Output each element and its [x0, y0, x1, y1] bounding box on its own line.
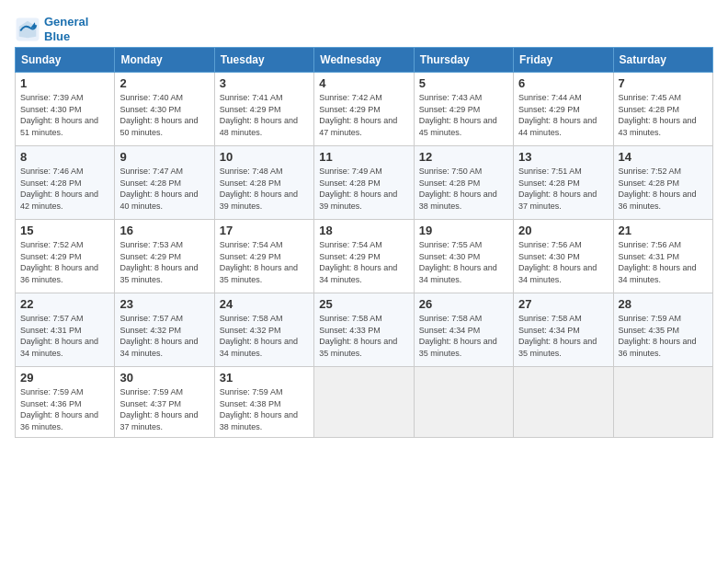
day-info: Sunrise: 7:58 AMSunset: 4:34 PMDaylight:…: [518, 314, 597, 358]
day-info: Sunrise: 7:39 AMSunset: 4:30 PMDaylight:…: [20, 93, 98, 137]
calendar-cell: 11 Sunrise: 7:49 AMSunset: 4:28 PMDaylig…: [314, 146, 414, 220]
day-info: Sunrise: 7:56 AMSunset: 4:30 PMDaylight:…: [518, 240, 597, 284]
logo: General Blue: [15, 15, 88, 43]
calendar-cell: 22 Sunrise: 7:57 AMSunset: 4:31 PMDaylig…: [16, 293, 115, 367]
calendar-header-saturday: Saturday: [613, 48, 712, 73]
day-info: Sunrise: 7:51 AMSunset: 4:28 PMDaylight:…: [518, 167, 597, 211]
calendar-header-wednesday: Wednesday: [314, 48, 414, 73]
day-number: 1: [20, 76, 109, 90]
day-info: Sunrise: 7:42 AMSunset: 4:29 PMDaylight:…: [319, 93, 397, 137]
calendar-cell: 8 Sunrise: 7:46 AMSunset: 4:28 PMDayligh…: [16, 146, 115, 220]
day-info: Sunrise: 7:48 AMSunset: 4:28 PMDaylight:…: [220, 167, 298, 211]
day-info: Sunrise: 7:59 AMSunset: 4:36 PMDaylight:…: [20, 387, 98, 431]
day-info: Sunrise: 7:57 AMSunset: 4:32 PMDaylight:…: [119, 314, 198, 358]
day-number: 26: [419, 297, 508, 311]
header: General Blue: [15, 15, 713, 43]
calendar-cell: 25 Sunrise: 7:58 AMSunset: 4:33 PMDaylig…: [314, 293, 414, 367]
calendar-cell: 5 Sunrise: 7:43 AMSunset: 4:29 PMDayligh…: [414, 73, 513, 146]
calendar-header-row: SundayMondayTuesdayWednesdayThursdayFrid…: [16, 48, 713, 73]
day-number: 28: [619, 297, 708, 311]
day-info: Sunrise: 7:50 AMSunset: 4:28 PMDaylight:…: [419, 167, 497, 211]
day-number: 22: [20, 297, 109, 311]
day-number: 19: [419, 224, 508, 237]
day-info: Sunrise: 7:54 AMSunset: 4:29 PMDaylight:…: [319, 240, 397, 284]
day-info: Sunrise: 7:58 AMSunset: 4:32 PMDaylight:…: [220, 314, 298, 358]
calendar-cell: 26 Sunrise: 7:58 AMSunset: 4:34 PMDaylig…: [414, 293, 513, 367]
day-number: 15: [20, 224, 109, 237]
calendar-cell: 29 Sunrise: 7:59 AMSunset: 4:36 PMDaylig…: [16, 367, 115, 437]
day-number: 16: [119, 224, 209, 237]
calendar-header-monday: Monday: [115, 48, 214, 73]
calendar-cell: [613, 367, 712, 437]
day-number: 21: [619, 224, 708, 237]
day-info: Sunrise: 7:47 AMSunset: 4:28 PMDaylight:…: [119, 167, 198, 211]
calendar-cell: 24 Sunrise: 7:58 AMSunset: 4:32 PMDaylig…: [214, 293, 313, 367]
calendar-cell: 28 Sunrise: 7:59 AMSunset: 4:35 PMDaylig…: [613, 293, 712, 367]
day-number: 27: [518, 297, 608, 311]
day-number: 18: [319, 224, 408, 237]
day-number: 11: [319, 150, 408, 164]
calendar-cell: 2 Sunrise: 7:40 AMSunset: 4:30 PMDayligh…: [115, 73, 214, 146]
day-number: 2: [119, 76, 209, 90]
day-number: 8: [20, 150, 109, 164]
day-number: 7: [619, 76, 708, 90]
calendar-cell: 15 Sunrise: 7:52 AMSunset: 4:29 PMDaylig…: [16, 220, 115, 293]
day-number: 6: [518, 76, 608, 90]
calendar-cell: 10 Sunrise: 7:48 AMSunset: 4:28 PMDaylig…: [214, 146, 313, 220]
day-number: 20: [518, 224, 608, 237]
day-number: 23: [119, 297, 209, 311]
day-info: Sunrise: 7:56 AMSunset: 4:31 PMDaylight:…: [619, 240, 697, 284]
day-info: Sunrise: 7:46 AMSunset: 4:28 PMDaylight:…: [20, 167, 98, 211]
calendar-cell: 3 Sunrise: 7:41 AMSunset: 4:29 PMDayligh…: [214, 73, 313, 146]
day-info: Sunrise: 7:49 AMSunset: 4:28 PMDaylight:…: [319, 167, 397, 211]
day-info: Sunrise: 7:57 AMSunset: 4:31 PMDaylight:…: [20, 314, 98, 358]
day-info: Sunrise: 7:59 AMSunset: 4:35 PMDaylight:…: [619, 314, 697, 358]
day-info: Sunrise: 7:55 AMSunset: 4:30 PMDaylight:…: [419, 240, 497, 284]
day-info: Sunrise: 7:41 AMSunset: 4:29 PMDaylight:…: [220, 93, 298, 137]
day-info: Sunrise: 7:52 AMSunset: 4:28 PMDaylight:…: [619, 167, 697, 211]
calendar-header-friday: Friday: [514, 48, 613, 73]
day-info: Sunrise: 7:59 AMSunset: 4:37 PMDaylight:…: [119, 387, 198, 431]
day-info: Sunrise: 7:58 AMSunset: 4:34 PMDaylight:…: [419, 314, 497, 358]
calendar-cell: 27 Sunrise: 7:58 AMSunset: 4:34 PMDaylig…: [514, 293, 613, 367]
day-number: 14: [619, 150, 708, 164]
day-info: Sunrise: 7:52 AMSunset: 4:29 PMDaylight:…: [20, 240, 98, 284]
calendar-cell: 7 Sunrise: 7:45 AMSunset: 4:28 PMDayligh…: [613, 73, 712, 146]
calendar-cell: [414, 367, 513, 437]
calendar-cell: 14 Sunrise: 7:52 AMSunset: 4:28 PMDaylig…: [613, 146, 712, 220]
day-info: Sunrise: 7:58 AMSunset: 4:33 PMDaylight:…: [319, 314, 397, 358]
day-info: Sunrise: 7:40 AMSunset: 4:30 PMDaylight:…: [119, 93, 198, 137]
day-number: 25: [319, 297, 408, 311]
logo-text: General Blue: [44, 15, 88, 43]
calendar-cell: 23 Sunrise: 7:57 AMSunset: 4:32 PMDaylig…: [115, 293, 214, 367]
calendar-cell: 13 Sunrise: 7:51 AMSunset: 4:28 PMDaylig…: [514, 146, 613, 220]
calendar-cell: 9 Sunrise: 7:47 AMSunset: 4:28 PMDayligh…: [115, 146, 214, 220]
day-number: 30: [119, 371, 209, 385]
calendar-cell: 12 Sunrise: 7:50 AMSunset: 4:28 PMDaylig…: [414, 146, 513, 220]
calendar-cell: 16 Sunrise: 7:53 AMSunset: 4:29 PMDaylig…: [115, 220, 214, 293]
calendar-cell: 17 Sunrise: 7:54 AMSunset: 4:29 PMDaylig…: [214, 220, 313, 293]
day-number: 5: [419, 76, 508, 90]
day-info: Sunrise: 7:45 AMSunset: 4:28 PMDaylight:…: [619, 93, 697, 137]
day-info: Sunrise: 7:54 AMSunset: 4:29 PMDaylight:…: [220, 240, 298, 284]
day-number: 17: [220, 224, 309, 237]
calendar-cell: 4 Sunrise: 7:42 AMSunset: 4:29 PMDayligh…: [314, 73, 414, 146]
calendar-cell: 6 Sunrise: 7:44 AMSunset: 4:29 PMDayligh…: [514, 73, 613, 146]
day-number: 12: [419, 150, 508, 164]
day-number: 13: [518, 150, 608, 164]
day-number: 10: [220, 150, 309, 164]
calendar-cell: 20 Sunrise: 7:56 AMSunset: 4:30 PMDaylig…: [514, 220, 613, 293]
calendar-cell: 18 Sunrise: 7:54 AMSunset: 4:29 PMDaylig…: [314, 220, 414, 293]
calendar-header-tuesday: Tuesday: [214, 48, 313, 73]
calendar-table: SundayMondayTuesdayWednesdayThursdayFrid…: [15, 47, 713, 437]
calendar-cell: 31 Sunrise: 7:59 AMSunset: 4:38 PMDaylig…: [214, 367, 313, 437]
calendar-cell: [514, 367, 613, 437]
calendar-cell: 30 Sunrise: 7:59 AMSunset: 4:37 PMDaylig…: [115, 367, 214, 437]
calendar-cell: 1 Sunrise: 7:39 AMSunset: 4:30 PMDayligh…: [16, 73, 115, 146]
calendar-cell: 21 Sunrise: 7:56 AMSunset: 4:31 PMDaylig…: [613, 220, 712, 293]
calendar-cell: [314, 367, 414, 437]
day-info: Sunrise: 7:59 AMSunset: 4:38 PMDaylight:…: [220, 387, 298, 431]
logo-icon: [15, 17, 40, 42]
day-info: Sunrise: 7:53 AMSunset: 4:29 PMDaylight:…: [119, 240, 198, 284]
day-number: 29: [20, 371, 109, 385]
